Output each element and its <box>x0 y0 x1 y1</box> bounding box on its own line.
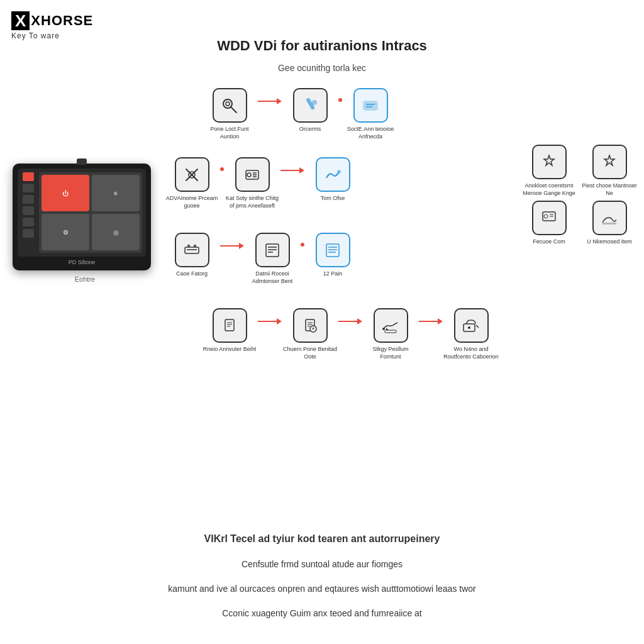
icon-box-r4-1: Rneio Annvuter Beiht <box>201 308 258 353</box>
icon-label-r2-1: ADVAInome Prceam guoee <box>164 195 220 209</box>
arrow-r4-3 <box>419 318 443 325</box>
arrow-r3-1 <box>220 243 244 249</box>
arrow-r2 <box>280 167 304 174</box>
icon-r3-3 <box>316 233 350 267</box>
icon-r2-3 <box>316 157 350 192</box>
icon-label-r3-2: Datnii Roceoi Admtonser Bent <box>244 270 301 285</box>
svg-rect-5 <box>364 101 377 110</box>
svg-point-2 <box>226 102 230 106</box>
icon-box-r2-2: Kat Soty sinthe Chitg of pms Aneefaseft <box>224 157 280 209</box>
right-label-3: Fecuoe Com <box>533 238 565 246</box>
icon-r1-3 <box>353 88 388 123</box>
svg-rect-19 <box>187 245 190 248</box>
device-btn-2[interactable]: ≡ <box>92 175 140 211</box>
logo: X XHORSE <box>11 11 93 30</box>
sidebar-item-5 <box>23 218 34 226</box>
right-label-2: Piest chooe Mantnoer Ne <box>581 182 638 197</box>
logo-brand: XHORSE <box>31 14 93 28</box>
icon-box-r2-3: Tom Ofse <box>304 157 361 203</box>
logo-x: X <box>11 11 30 30</box>
icon-r3-2 <box>255 233 290 267</box>
svg-rect-29 <box>225 319 234 331</box>
svg-line-44 <box>476 325 479 328</box>
right-icon-1-circle <box>532 145 567 179</box>
icon-r2-2 <box>235 157 270 192</box>
arrow-r4-1 <box>258 318 282 325</box>
sidebar-item-4 <box>23 206 34 215</box>
arrow-r4-2 <box>338 318 362 325</box>
icon-label-r4-1: Rneio Annvuter Beiht <box>203 346 257 353</box>
diagram-area: Pone Loct.Funt Auntion Orcerms <box>164 82 638 447</box>
icon-box-r3-3: 12 Pain <box>304 233 361 278</box>
svg-point-46 <box>544 214 548 218</box>
bottom-line-3: kamunt and ive al ourcaces onpren and eq… <box>38 582 606 596</box>
right-icon-2: Piest chooe Mantnoer Ne <box>581 145 638 197</box>
sidebar-item-6 <box>23 229 34 238</box>
sub-title: Gee ocunithg torla kec <box>0 63 644 73</box>
svg-point-12 <box>247 173 251 177</box>
sidebar-item-2 <box>23 184 34 192</box>
icon-r4-3 <box>374 308 408 343</box>
icon-label-r4-4: Wo N4no and Routfcento Caboerion <box>443 346 499 360</box>
bottom-line-1: VIKrl Tecel ad tyiur kod tearen ant auto… <box>38 531 606 547</box>
arrow-r1-1 <box>258 98 282 104</box>
right-icon-4: U Nkemosed item <box>581 201 638 246</box>
icon-label-r1-1: Pone Loct.Funt Auntion <box>201 126 258 140</box>
svg-point-40 <box>382 328 385 330</box>
icon-box-r3-2: Datnii Roceoi Admtonser Bent <box>244 233 301 285</box>
right-icon-3: Fecuoe Com <box>521 201 577 246</box>
icon-label-r2-3: Tom Ofse <box>321 195 345 203</box>
icon-label-r4-2: Chuern Pone Benitad Oote <box>282 346 338 360</box>
device-label: PD Siltone <box>18 259 146 265</box>
icon-r1-2 <box>293 88 328 123</box>
icon-box-r1-2: Orcerms <box>282 88 338 133</box>
diagram-row-4: Rneio Annvuter Beiht Chuern Pone Benitad… <box>201 308 499 360</box>
device-btn-1[interactable]: ⏻ <box>42 175 89 211</box>
icon-r4-4 <box>454 308 489 343</box>
device-caption: Eohtre <box>13 275 157 283</box>
bottom-line-4: Cconic xuagenty Guim anx teoed and fumre… <box>38 607 606 620</box>
diagram-row-3: Caoe Fatorg Datnii Roceoi Admtonser Bent <box>164 233 361 285</box>
sidebar-item-3 <box>23 195 34 204</box>
icon-box-r1-1: Pone Loct.Funt Auntion <box>201 88 258 140</box>
icon-label-r2-2: Kat Soty sinthe Chitg of pms Aneefaseft <box>224 195 280 209</box>
device-sidebar <box>21 172 35 253</box>
right-icon-3-circle <box>532 201 567 235</box>
svg-rect-49 <box>602 223 616 225</box>
icon-label-r4-3: Stkgy Pesllum Fomtunt <box>362 346 419 360</box>
icon-box-r2-1: ADVAInome Prceam guoee <box>164 157 220 209</box>
bottom-line-2: Cenfsutle frmd suntoal atude aur fiomges <box>38 558 606 571</box>
diagram-row-2: ADVAInome Prceam guoee Kat Soty sinthe C… <box>164 157 361 209</box>
icon-box-r4-4: Wo N4no and Routfcento Caboerion <box>443 308 499 360</box>
icon-r4-2 <box>293 308 328 343</box>
svg-rect-20 <box>194 245 196 248</box>
right-label-1: Anokloet coeretsmt Merooe Gange Knge <box>521 182 577 197</box>
svg-rect-21 <box>266 244 279 257</box>
icon-box-r3-1: Caoe Fatorg <box>164 233 220 278</box>
svg-rect-41 <box>385 330 396 333</box>
device-btn-4[interactable]: ◎ <box>92 214 140 250</box>
icon-label-r1-2: Orcerms <box>299 126 321 133</box>
icon-label-r3-1: Caoe Fatorg <box>176 270 208 278</box>
icon-r2-1 <box>175 157 209 192</box>
icon-label-r3-3: 12 Pain <box>323 270 343 278</box>
icon-label-r1-3: SoctE.Ann teooioe Anfnecda <box>342 126 399 140</box>
svg-rect-17 <box>185 247 199 253</box>
icon-r4-1 <box>213 308 247 343</box>
icon-box-r1-3: SoctE.Ann teooioe Anfnecda <box>342 88 399 140</box>
right-icon-4-circle <box>592 201 627 235</box>
right-label-4: U Nkemosed item <box>587 238 632 246</box>
sidebar-item-1 <box>23 172 34 181</box>
icon-r3-1 <box>175 233 209 267</box>
device-screen: ⏻ ≡ ⚙ ◎ <box>18 169 146 257</box>
icon-box-r4-2: Chuern Pone Benitad Oote <box>282 308 338 360</box>
device-btn-3[interactable]: ⚙ <box>42 214 89 250</box>
device: ⏻ ≡ ⚙ ◎ PD Siltone <box>13 164 151 270</box>
svg-rect-25 <box>326 244 339 257</box>
device-container: ⏻ ≡ ⚙ ◎ PD Siltone Eohtre <box>13 164 157 283</box>
right-icon-2-circle <box>592 145 627 179</box>
logo-area: X XHORSE Key To ware <box>11 11 93 40</box>
device-main-area: ⏻ ≡ ⚙ ◎ <box>39 172 142 253</box>
bottom-section: VIKrl Tecel ad tyiur kod tearen ant auto… <box>0 531 644 631</box>
svg-point-4 <box>312 100 317 105</box>
